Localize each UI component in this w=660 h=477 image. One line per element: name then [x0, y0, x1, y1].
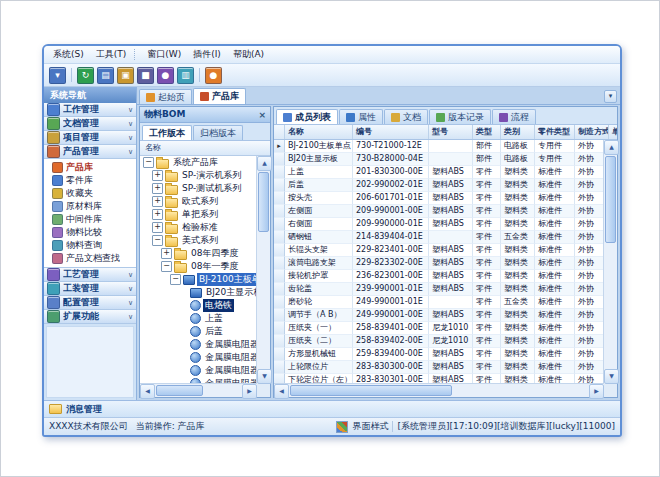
expand-minus-icon[interactable]: − [161, 261, 172, 272]
tree-item[interactable]: +SP-测试机系列 [140, 182, 257, 195]
table-row[interactable]: 按头壳206-601701-01E塑料ABS零件塑料类标准件外协条 [274, 192, 604, 205]
bom-vertical-scrollbar[interactable]: ▲ ▼ [256, 156, 270, 384]
tab-2[interactable]: 产品库 [193, 88, 246, 104]
sidebar-group-5[interactable]: 工艺管理∨ [44, 268, 136, 282]
tree-item[interactable]: 后盖 [140, 325, 257, 338]
settings-icon[interactable]: ● [157, 67, 174, 84]
sidebar-item-8[interactable]: 产品文档查找 [44, 252, 136, 265]
tree-item[interactable]: 金属膜电阻器 [140, 338, 257, 351]
scroll-left-icon[interactable]: ◀ [140, 384, 155, 399]
tree-item[interactable]: −美式系列 [140, 234, 257, 247]
table-row[interactable]: 方形显机械钮259-839400-00E塑料ABS零件塑料类标准件外协条 [274, 348, 604, 361]
sidebar-item-4[interactable]: 原材料库 [44, 200, 136, 213]
tree-item[interactable]: −系统产品库 [140, 156, 257, 169]
table-row[interactable]: 滚筒电路支架229-823302-00E塑料ABS零件塑料类标准件外协条 [274, 257, 604, 270]
column-header-1[interactable]: 名称 [285, 125, 353, 139]
close-icon[interactable]: × [258, 110, 266, 120]
table-vertical-scrollbar[interactable]: ▲ ▼ [603, 140, 617, 384]
sidebar-group-2[interactable]: 文档管理∨ [44, 117, 136, 131]
detail-tab-3[interactable]: 文档 [384, 109, 428, 124]
column-header-3[interactable]: 型号 [429, 125, 473, 139]
scroll-thumb[interactable] [258, 172, 269, 232]
expand-plus-icon[interactable]: + [152, 196, 163, 207]
scroll-track[interactable] [257, 171, 270, 369]
expand-minus-icon[interactable]: − [143, 157, 154, 168]
table-row[interactable]: 上盖201-830300-00E塑料ABS零件塑料类标准件外协条 [274, 166, 604, 179]
menu-item-1[interactable]: 系统(S) [47, 47, 90, 62]
table-row[interactable]: 接轮机护罩236-823001-00E塑料ABS零件塑料类标准件外协条 [274, 270, 604, 283]
detail-tab-5[interactable]: 流程 [492, 109, 536, 124]
menu-item-2[interactable]: 工具(T) [90, 47, 133, 62]
scroll-track[interactable] [604, 155, 617, 369]
tree-item[interactable]: +欧式系列 [140, 195, 257, 208]
detail-tab-1[interactable]: 成员列表 [276, 109, 338, 124]
tree-item[interactable]: +08年四季度 [140, 247, 257, 260]
scroll-track[interactable] [155, 384, 242, 397]
scroll-track[interactable] [289, 384, 589, 397]
expand-plus-icon[interactable]: + [152, 183, 163, 194]
sidebar-item-5[interactable]: 中间件库 [44, 213, 136, 226]
scroll-down-icon[interactable]: ▼ [257, 369, 272, 384]
sidebar-item-3[interactable]: 收藏夹 [44, 187, 136, 200]
folder-icon[interactable]: ▣ [117, 67, 134, 84]
menu-item-4[interactable]: 插件(I) [187, 47, 227, 62]
menu-item-5[interactable]: 帮助(A) [227, 47, 270, 62]
scroll-up-icon[interactable]: ▲ [604, 140, 619, 155]
scroll-thumb[interactable] [605, 156, 616, 243]
tree-item[interactable]: 金属膜电阻器 [140, 351, 257, 364]
column-header-5[interactable]: 类别 [501, 125, 535, 139]
bom-horizontal-scrollbar[interactable]: ◀ ▶ [140, 383, 257, 397]
scroll-left-icon[interactable]: ◀ [274, 384, 289, 399]
menu-item-3[interactable]: 窗口(W) [141, 47, 187, 62]
table-row[interactable]: 左侧面209-990001-00E塑料ABS零件塑料类标准件外协条 [274, 205, 604, 218]
exit-icon[interactable]: ● [205, 67, 222, 84]
table-row[interactable]: 上轮限位片283-830300-00E塑料ABS零件塑料类标准件外协条 [274, 361, 604, 374]
save-icon[interactable]: ■ [137, 67, 154, 84]
scroll-up-icon[interactable]: ▲ [257, 156, 272, 171]
detail-tab-2[interactable]: 属性 [339, 109, 383, 124]
table-row[interactable]: BJ20主显示板730-B28000-04E部件电路板专用件外协颗 [274, 153, 604, 166]
tree-item[interactable]: 电烙铁 [140, 299, 257, 312]
sidebar-group-8[interactable]: 扩展功能∨ [44, 310, 136, 324]
list-icon[interactable]: ▤ [97, 67, 114, 84]
detail-tab-4[interactable]: 版本记录 [429, 109, 491, 124]
expand-plus-icon[interactable]: + [152, 170, 163, 181]
expand-plus-icon[interactable]: + [152, 222, 163, 233]
expand-plus-icon[interactable]: + [161, 248, 172, 259]
tree-item[interactable]: −08年一季度 [140, 260, 257, 273]
column-header-2[interactable]: 编号 [353, 125, 429, 139]
scroll-right-icon[interactable]: ▶ [242, 384, 257, 399]
message-bar[interactable]: 消息管理 [44, 400, 620, 417]
tree-item[interactable]: BJ20主显示板 [140, 286, 257, 299]
sidebar-group-1[interactable]: 工作管理∨ [44, 103, 136, 117]
tree-item[interactable]: −BJ-2100主板单点 [140, 273, 257, 286]
scroll-down-icon[interactable]: ▼ [604, 369, 619, 384]
table-row[interactable]: 齿轮盖239-990001-01E塑料ABS零件塑料类标准件外协条 [274, 283, 604, 296]
scroll-thumb[interactable] [290, 385, 452, 396]
sidebar-item-7[interactable]: 物料查询 [44, 239, 136, 252]
tab-1[interactable]: 起始页 [139, 89, 192, 104]
sidebar-group-7[interactable]: 配置管理∨ [44, 296, 136, 310]
tree-item[interactable]: +检验标准 [140, 221, 257, 234]
column-header-8[interactable]: 单位 [609, 125, 617, 139]
table-row[interactable]: ▸BJ-2100主板单点730-T21000-12E部件电路板专用件外协颗 [274, 140, 604, 153]
tree-item[interactable]: +单把系列 [140, 208, 257, 221]
table-row[interactable]: 磨砂轮249-990001-01E零件五金类标准件外协条 [274, 296, 604, 309]
table-row[interactable]: 后盖202-990002-01E塑料ABS零件塑料类标准件外协条 [274, 179, 604, 192]
table-row[interactable]: 压纸夹（一）258-839401-00E尼龙1010零件塑料类标准件外协条 [274, 322, 604, 335]
column-header-7[interactable]: 制造方式 [575, 125, 609, 139]
expand-minus-icon[interactable]: − [152, 235, 163, 246]
table-row[interactable]: 右侧面209-990000-01E塑料ABS零件塑料类标准件外协条 [274, 218, 604, 231]
interface-style-button[interactable]: 界面样式 [352, 420, 388, 433]
tree-item[interactable]: 上盖 [140, 312, 257, 325]
table-row[interactable]: 压纸夹（二）258-839402-00E尼龙1010零件塑料类标准件外协条 [274, 335, 604, 348]
sidebar-item-2[interactable]: 零件库 [44, 174, 136, 187]
expand-minus-icon[interactable]: − [170, 274, 181, 285]
dropdown-icon[interactable]: ▾ [49, 67, 66, 84]
sidebar-group-3[interactable]: 项目管理∨ [44, 131, 136, 145]
tab-overflow-icon[interactable]: ▾ [604, 90, 617, 103]
expand-plus-icon[interactable]: + [152, 209, 163, 220]
tree-item[interactable]: 金属膜电阻器 [140, 364, 257, 377]
sidebar-group-4[interactable]: 产品管理∨ [44, 145, 136, 159]
sidebar-item-1[interactable]: 产品库 [44, 161, 136, 174]
